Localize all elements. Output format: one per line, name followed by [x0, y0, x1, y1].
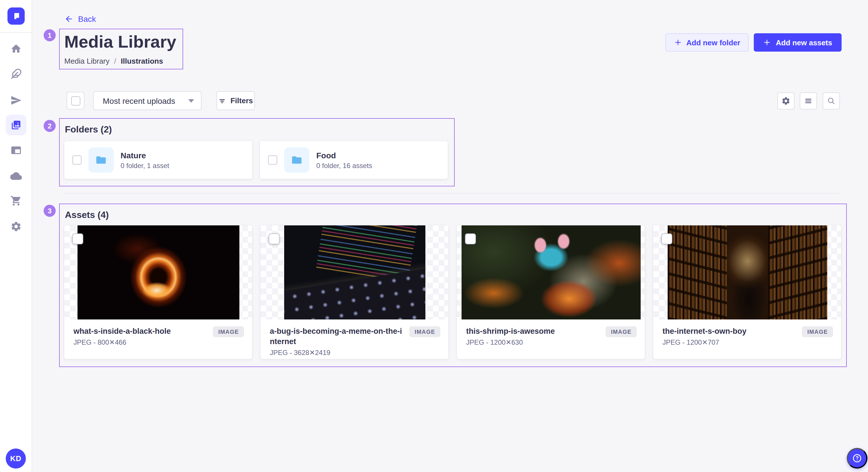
- asset-name: what-s-inside-a-black-hole: [73, 326, 207, 337]
- asset-thumbnail-mantis-shrimp-photo: [457, 225, 645, 319]
- filter-icon: [218, 97, 226, 105]
- strapi-logo[interactable]: [7, 7, 25, 25]
- asset-type-badge: IMAGE: [409, 326, 440, 337]
- add-new-assets-label: Add new assets: [776, 38, 832, 47]
- folders-heading: Folders (2): [65, 125, 112, 135]
- asset-card[interactable]: this-shrimp-is-awesome JPEG - 1200✕630 I…: [457, 225, 645, 359]
- filters-label: Filters: [230, 96, 253, 105]
- annotation-marker-3: 3: [43, 205, 56, 217]
- add-new-assets-button[interactable]: Add new assets: [754, 33, 842, 52]
- plus-icon: [763, 38, 771, 46]
- sidebar-item-settings[interactable]: [6, 216, 26, 237]
- annotation-marker-1: 1: [43, 29, 56, 41]
- folder-card-food[interactable]: Food 0 folder, 16 assets: [260, 141, 448, 179]
- asset-name: a-bug-is-becoming-a-meme-on-the-internet: [270, 326, 403, 347]
- folder-meta: 0 folder, 16 assets: [316, 162, 372, 169]
- asset-meta: JPEG - 1200✕630: [466, 338, 636, 346]
- home-icon: [10, 43, 22, 55]
- asset-meta: JPEG - 1200✕707: [662, 338, 832, 346]
- annotation-marker-2: 2: [43, 120, 56, 132]
- breadcrumb: Media Library / Illustrations: [64, 57, 163, 65]
- folder-meta: 0 folder, 1 asset: [121, 162, 169, 169]
- page-title: Media Library: [64, 32, 176, 52]
- folder-checkbox[interactable]: [72, 156, 82, 165]
- library-portrait-image: [668, 225, 827, 319]
- folder-card-nature[interactable]: Nature 0 folder, 1 asset: [64, 141, 252, 179]
- asset-checkbox[interactable]: [72, 233, 83, 244]
- asset-checkbox[interactable]: [465, 233, 476, 244]
- asset-card[interactable]: the-internet-s-own-boy JPEG - 1200✕707 I…: [653, 225, 841, 359]
- asset-checkbox[interactable]: [269, 233, 280, 244]
- asset-meta: JPEG - 800✕466: [73, 338, 243, 346]
- back-link[interactable]: Back: [64, 14, 96, 24]
- folder-icon: [290, 154, 303, 166]
- section-divider: [64, 193, 841, 194]
- chevron-down-icon: [188, 99, 194, 102]
- gear-icon: [781, 96, 790, 105]
- sidebar: KD: [0, 0, 32, 472]
- layout-icon: [10, 144, 22, 156]
- sort-dropdown[interactable]: Most recent uploads: [93, 91, 202, 110]
- asset-thumbnail-library-portrait-photo: [653, 225, 841, 319]
- paper-plane-icon: [10, 95, 22, 106]
- plus-icon: [674, 38, 682, 46]
- asset-type-badge: IMAGE: [213, 326, 244, 337]
- feather-icon: [10, 68, 22, 80]
- asset-checkbox[interactable]: [661, 233, 672, 244]
- sidebar-divider: [0, 32, 32, 33]
- asset-card[interactable]: a-bug-is-becoming-a-meme-on-the-internet…: [260, 225, 448, 359]
- arrow-left-icon: [64, 14, 73, 24]
- sidebar-item-content-manager[interactable]: [6, 64, 26, 84]
- list-view-icon: [804, 96, 813, 105]
- folder-name: Food: [316, 150, 372, 160]
- asset-meta: JPEG - 3628✕2419: [270, 349, 439, 357]
- search-button[interactable]: [823, 92, 840, 109]
- folder-checkbox[interactable]: [268, 156, 277, 165]
- filters-button[interactable]: Filters: [216, 91, 255, 110]
- asset-card[interactable]: what-s-inside-a-black-hole JPEG - 800✕46…: [64, 225, 252, 359]
- breadcrumb-current: Illustrations: [121, 57, 163, 65]
- sidebar-item-media-library[interactable]: [6, 115, 26, 135]
- sidebar-item-home[interactable]: [6, 38, 26, 59]
- media-library-icon: [10, 119, 22, 131]
- select-all-checkbox-button[interactable]: [67, 92, 84, 109]
- list-view-button[interactable]: [800, 92, 817, 109]
- app-window: KD Back 1 Media Library Media Library / …: [0, 0, 868, 472]
- asset-thumbnail-laptop-code-photo: [260, 225, 448, 319]
- sort-dropdown-value: Most recent uploads: [103, 96, 175, 105]
- assets-heading: Assets (4): [65, 210, 109, 220]
- add-new-folder-button[interactable]: Add new folder: [665, 33, 749, 52]
- back-label: Back: [78, 14, 96, 24]
- asset-thumbnail-black-hole-photo: [64, 225, 252, 319]
- asset-name: the-internet-s-own-boy: [662, 326, 796, 337]
- select-all-checkbox[interactable]: [71, 96, 80, 105]
- view-settings-button[interactable]: [777, 92, 795, 109]
- asset-type-badge: IMAGE: [606, 326, 637, 337]
- black-hole-image: [77, 225, 239, 319]
- sidebar-item-content-type-builder[interactable]: [6, 90, 26, 111]
- laptop-code-image: [284, 225, 425, 319]
- mantis-shrimp-image: [461, 225, 640, 319]
- asset-name: this-shrimp-is-awesome: [466, 326, 599, 337]
- help-button[interactable]: [847, 448, 867, 469]
- asset-type-badge: IMAGE: [802, 326, 833, 337]
- breadcrumb-parent[interactable]: Media Library: [64, 57, 110, 65]
- gear-icon: [10, 221, 22, 232]
- search-icon: [827, 96, 836, 105]
- folder-icon: [95, 154, 107, 166]
- user-avatar[interactable]: KD: [6, 448, 26, 469]
- sidebar-item-deploy[interactable]: [6, 166, 26, 187]
- folder-name: Nature: [121, 150, 169, 160]
- sidebar-item-marketplace[interactable]: [6, 191, 26, 211]
- cart-icon: [10, 195, 22, 206]
- cloud-icon: [10, 170, 22, 182]
- question-circle-icon: [852, 453, 862, 463]
- sidebar-item-layout[interactable]: [6, 140, 26, 161]
- breadcrumb-separator: /: [114, 57, 116, 65]
- add-new-folder-label: Add new folder: [686, 38, 740, 47]
